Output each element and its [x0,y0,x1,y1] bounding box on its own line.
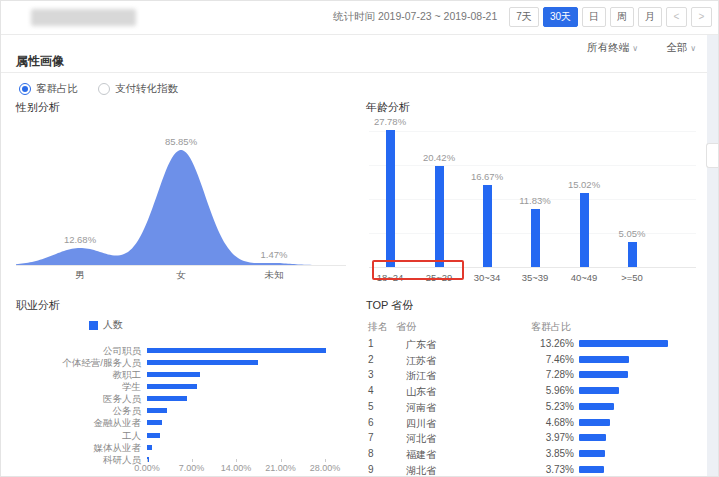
filter-bar: 所有终端∨ 全部∨ [587,41,696,55]
occupation-category-label: 科研人员 [16,454,141,467]
province-rank: 6 [368,417,374,428]
occupation-chart: 职业分析 人数 公司职员个体经营/服务人员教职工学生医务人员公务员金融从业者工人… [16,296,351,477]
age-x-label: 30~34 [463,272,511,283]
gridline [369,165,696,166]
prev-arrow-icon[interactable]: < [666,7,687,27]
province-name: 广东省 [406,338,436,352]
province-name: 山东省 [406,385,436,399]
tab-customer-ratio[interactable]: 客群占比 [19,82,78,96]
province-name: 河北省 [406,432,436,446]
age-bar [435,166,444,267]
occupation-section-title: 职业分析 [16,298,60,313]
age-x-label: 35~39 [511,272,559,283]
province-bar [579,340,668,347]
gender-chart: 12.68%男85.85%女1.47%未知 [16,111,346,286]
page-title: 属性画像 [16,53,64,70]
gender-value-label: 1.47% [249,249,299,260]
page-scroll-gutter [707,35,719,477]
occupation-bar [147,408,167,413]
provinces-section-title: TOP 省份 [366,298,413,313]
next-arrow-icon[interactable]: > [691,7,712,27]
gridline [369,131,696,132]
tab-customer-ratio-label: 客群占比 [36,82,78,96]
province-share: 7.46% [516,354,574,365]
occupation-bar [147,372,200,377]
occupation-category-label: 工人 [16,430,141,443]
province-rank: 3 [368,369,374,380]
province-rank: 8 [368,448,374,459]
province-share: 7.28% [516,369,574,380]
province-share: 13.26% [516,338,574,349]
radio-unselected-icon [98,83,110,95]
province-bar [579,403,614,410]
terminal-dropdown-label: 所有终端 [587,41,629,53]
age-value-label: 27.78% [360,116,420,127]
occupation-legend: 人数 [89,318,123,332]
age-x-label: >=50 [608,272,656,283]
gender-area-series [16,150,346,265]
occupation-bar [147,420,162,425]
gender-x-label: 女 [156,269,206,282]
range-7d-button[interactable]: 7天 [509,7,539,27]
province-bar [579,356,629,363]
occupation-category-label: 金融从业者 [16,417,141,430]
age-value-label: 11.83% [505,195,565,206]
occupation-bar [147,348,326,353]
province-share: 5.96% [516,385,574,396]
scope-dropdown[interactable]: 全部∨ [666,41,696,55]
occupation-category-label: 公务员 [16,405,141,418]
age-bar [386,130,395,267]
occupation-category-label: 媒体从业者 [16,442,141,455]
scope-dropdown-label: 全部 [666,41,687,53]
tab-payment-index[interactable]: 支付转化指数 [98,82,178,96]
occupation-bar [147,445,152,450]
occupation-category-label: 学生 [16,381,141,394]
province-bar [579,419,610,426]
range-30d-button[interactable]: 30天 [543,7,578,27]
occupation-category-label: 医务人员 [16,393,141,406]
age-bar [628,242,637,267]
redacted-title [31,9,136,26]
age-value-label: 15.02% [554,179,614,190]
province-rank: 5 [368,401,374,412]
x-axis-tick-label: 7.00% [170,463,214,473]
feedback-tab[interactable] [706,143,719,168]
province-rank: 2 [368,354,374,365]
province-bar [579,387,619,394]
x-axis-tick [325,459,326,462]
x-axis-tick-label: 28.00% [303,463,347,473]
age-bar [531,209,540,267]
age-value-label: 20.42% [409,152,469,163]
province-bar [579,466,604,473]
highlight-annotation [372,260,464,280]
range-day-button[interactable]: 日 [582,7,606,27]
top-provinces-table: TOP 省份 排名 省份 客群占比 1广东省13.26%2江苏省7.46%3浙江… [366,296,706,477]
radio-selected-icon [19,83,31,95]
x-axis-tick-label: 0.00% [125,463,169,473]
gender-value-label: 85.85% [156,136,206,147]
occupation-bar [147,396,187,401]
dashboard-page: 统计时间 2019-07-23 ~ 2019-08-21 7天 30天 日 周 … [0,0,719,477]
x-axis-tick-label: 14.00% [214,463,258,473]
x-axis-tick [147,459,148,462]
range-week-button[interactable]: 周 [610,7,634,27]
top-bar: 统计时间 2019-07-23 ~ 2019-08-21 7天 30天 日 周 … [1,1,719,35]
terminal-dropdown[interactable]: 所有终端∨ [587,41,638,55]
occupation-bar [147,384,197,389]
age-bar [483,185,492,267]
x-axis-tick-label: 21.00% [259,463,303,473]
occupation-category-label: 教职工 [16,369,141,382]
age-x-label: 40~49 [560,272,608,283]
gender-x-label: 男 [55,269,105,282]
province-bar [579,371,628,378]
age-bar [580,193,589,267]
stat-time-label: 统计时间 2019-07-23 ~ 2019-08-21 [333,10,497,24]
gender-x-label: 未知 [249,269,299,282]
range-month-button[interactable]: 月 [638,7,662,27]
province-name: 浙江省 [406,369,436,383]
gender-density-plot [16,111,346,269]
occupation-bar [147,360,258,365]
divider [1,72,719,73]
occupation-category-label: 个体经营/服务人员 [16,357,141,370]
occupation-category-label: 公司职员 [16,345,141,358]
